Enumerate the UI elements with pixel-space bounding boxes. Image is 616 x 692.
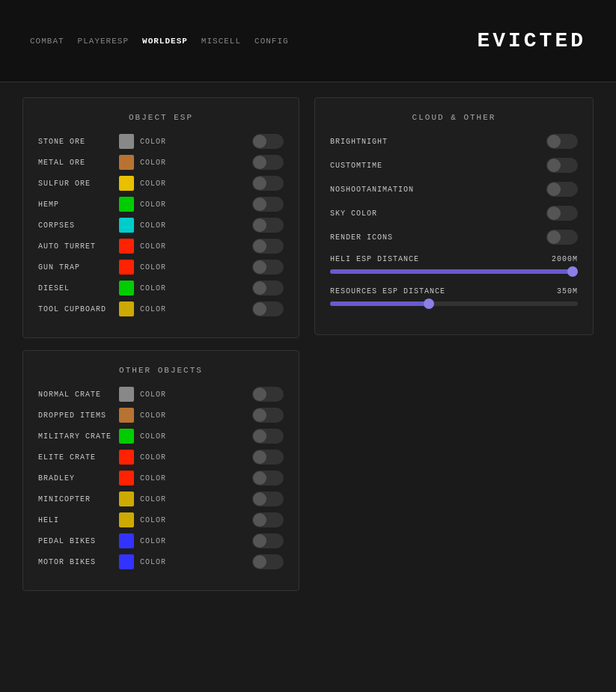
toggle-corpses[interactable] xyxy=(252,218,284,233)
nav-combat[interactable]: COMBAT xyxy=(30,37,64,46)
cloud-other-title: CLOUD & OTHER xyxy=(330,113,578,122)
color-swatch-corpses[interactable] xyxy=(119,218,134,233)
color-swatch-bradley[interactable] xyxy=(119,471,134,486)
toggle-military-crate[interactable] xyxy=(252,429,284,444)
color-label-auto-turret[interactable]: COLOR xyxy=(140,242,167,251)
color-swatch-dropped-items[interactable] xyxy=(119,408,134,423)
list-item: STONE ORE COLOR xyxy=(38,134,284,149)
color-swatch-diesel[interactable] xyxy=(119,281,134,296)
color-label-metal-ore[interactable]: COLOR xyxy=(140,159,167,167)
color-label-tool-cupboard[interactable]: COLOR xyxy=(140,305,167,313)
list-item: GUN TRAP COLOR xyxy=(38,260,284,275)
nav-worldesp[interactable]: WORLDESP xyxy=(142,37,188,46)
list-item: MINICOPTER COLOR xyxy=(38,492,284,506)
toggle-tool-cupboard[interactable] xyxy=(252,301,284,316)
toggle-customtime[interactable] xyxy=(546,158,578,173)
color-label-pedal-bikes[interactable]: COLOR xyxy=(140,537,167,545)
cloud-label-brightnight: BRIGHTNIGHT xyxy=(330,138,546,146)
item-label-dropped-items: DROPPED ITEMS xyxy=(38,411,113,420)
color-label-gun-trap[interactable]: COLOR xyxy=(140,263,167,272)
color-swatch-minicopter[interactable] xyxy=(119,492,134,506)
list-item: HELI COLOR xyxy=(38,512,284,527)
list-item: TOOL CUPBOARD COLOR xyxy=(38,301,284,316)
list-item: METAL ORE COLOR xyxy=(38,155,284,170)
color-swatch-pedal-bikes[interactable] xyxy=(119,533,134,548)
color-swatch-hemp[interactable] xyxy=(119,197,134,212)
color-label-normal-crate[interactable]: COLOR xyxy=(140,391,167,399)
nav-playeresp[interactable]: PLAYERESP xyxy=(78,37,129,46)
resources-esp-slider-thumb[interactable] xyxy=(424,298,434,309)
list-item: MILITARY CRATE COLOR xyxy=(38,429,284,444)
color-swatch-sulfur-ore[interactable] xyxy=(119,176,134,191)
color-swatch-gun-trap[interactable] xyxy=(119,260,134,275)
color-swatch-elite-crate[interactable] xyxy=(119,450,134,465)
item-label-elite-crate: ELITE CRATE xyxy=(38,453,113,462)
toggle-diesel[interactable] xyxy=(252,281,284,296)
nav-miscell[interactable]: MISCELL xyxy=(201,37,241,46)
nav-config[interactable]: CONFIG xyxy=(254,37,289,46)
color-swatch-heli[interactable] xyxy=(119,512,134,527)
color-swatch-normal-crate[interactable] xyxy=(119,387,134,402)
toggle-sky-color[interactable] xyxy=(546,206,578,221)
toggle-hemp[interactable] xyxy=(252,197,284,212)
color-label-stone-ore[interactable]: COLOR xyxy=(140,138,167,146)
cloud-row-noshootanimation: NOSHOOTANIMATION xyxy=(330,182,578,197)
toggle-motor-bikes[interactable] xyxy=(252,554,284,569)
color-label-sulfur-ore[interactable]: COLOR xyxy=(140,180,167,188)
color-swatch-motor-bikes[interactable] xyxy=(119,554,134,569)
color-label-bradley[interactable]: COLOR xyxy=(140,474,167,483)
toggle-elite-crate[interactable] xyxy=(252,450,284,465)
resources-esp-slider-track[interactable] xyxy=(330,301,578,306)
toggle-heli[interactable] xyxy=(252,512,284,527)
color-label-elite-crate[interactable]: COLOR xyxy=(140,453,167,462)
color-swatch-auto-turret[interactable] xyxy=(119,239,134,254)
toggle-normal-crate[interactable] xyxy=(252,387,284,402)
list-item: CORPSES COLOR xyxy=(38,218,284,233)
color-label-military-crate[interactable]: COLOR xyxy=(140,432,167,441)
toggle-stone-ore[interactable] xyxy=(252,134,284,149)
toggle-pedal-bikes[interactable] xyxy=(252,533,284,548)
color-swatch-tool-cupboard[interactable] xyxy=(119,301,134,316)
list-item: DIESEL COLOR xyxy=(38,281,284,296)
color-swatch-metal-ore[interactable] xyxy=(119,155,134,170)
color-label-heli[interactable]: COLOR xyxy=(140,516,167,524)
color-label-hemp[interactable]: COLOR xyxy=(140,200,167,209)
heli-esp-slider-track[interactable] xyxy=(330,269,578,274)
list-item: PEDAL BIKES COLOR xyxy=(38,533,284,548)
heli-esp-slider-header: HELI ESP DISTANCE 2000M xyxy=(330,255,578,263)
item-label-minicopter: MINICOPTER xyxy=(38,495,113,503)
list-item: ELITE CRATE COLOR xyxy=(38,450,284,465)
toggle-metal-ore[interactable] xyxy=(252,155,284,170)
toggle-auto-turret[interactable] xyxy=(252,239,284,254)
color-label-motor-bikes[interactable]: COLOR xyxy=(140,558,167,566)
heli-esp-slider-thumb[interactable] xyxy=(567,266,578,277)
resources-esp-slider-fill xyxy=(330,301,429,306)
heli-esp-slider-fill xyxy=(330,269,573,274)
toggle-noshootanimation[interactable] xyxy=(546,182,578,197)
toggle-dropped-items[interactable] xyxy=(252,408,284,423)
toggle-bradley[interactable] xyxy=(252,471,284,486)
color-label-dropped-items[interactable]: COLOR xyxy=(140,411,167,420)
toggle-sulfur-ore[interactable] xyxy=(252,176,284,191)
item-label-heli: HELI xyxy=(38,516,113,524)
color-swatch-stone-ore[interactable] xyxy=(119,134,134,149)
heli-esp-slider-value: 2000M xyxy=(552,255,578,263)
item-label-gun-trap: GUN TRAP xyxy=(38,263,113,272)
resources-esp-slider-section: RESOURCES ESP DISTANCE 350M xyxy=(330,287,578,306)
color-label-minicopter[interactable]: COLOR xyxy=(140,495,167,503)
toggle-brightnight[interactable] xyxy=(546,134,578,149)
item-label-tool-cupboard: TOOL CUPBOARD xyxy=(38,305,113,313)
item-label-metal-ore: METAL ORE xyxy=(38,159,113,167)
color-swatch-military-crate[interactable] xyxy=(119,429,134,444)
item-label-sulfur-ore: SULFUR ORE xyxy=(38,180,113,188)
list-item: DROPPED ITEMS COLOR xyxy=(38,408,284,423)
object-esp-panel: OBJECT ESP STONE ORE COLOR METAL ORE COL… xyxy=(22,97,299,338)
main-content: OBJECT ESP STONE ORE COLOR METAL ORE COL… xyxy=(0,82,616,606)
item-label-military-crate: MILITARY CRATE xyxy=(38,432,113,441)
toggle-render-icons[interactable] xyxy=(546,230,578,245)
toggle-gun-trap[interactable] xyxy=(252,260,284,275)
color-label-diesel[interactable]: COLOR xyxy=(140,284,167,293)
object-esp-title: OBJECT ESP xyxy=(38,113,284,122)
toggle-minicopter[interactable] xyxy=(252,492,284,506)
color-label-corpses[interactable]: COLOR xyxy=(140,221,167,230)
